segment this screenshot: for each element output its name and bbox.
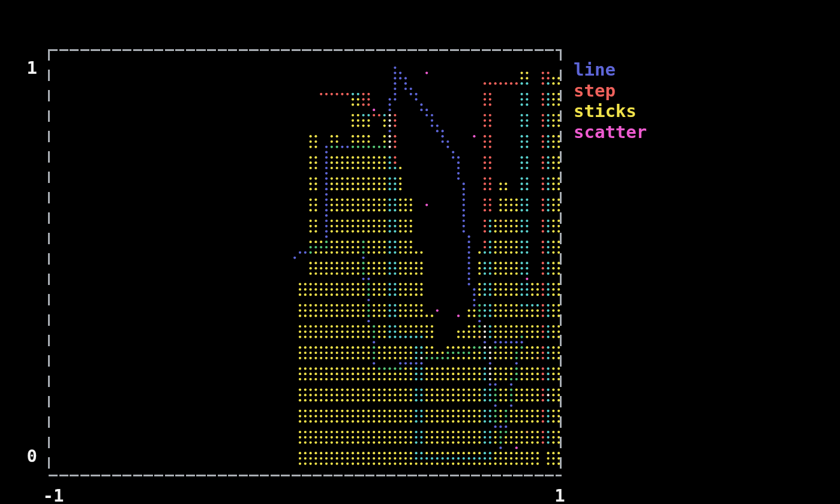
- legend-item-scatter: scatter: [574, 123, 647, 144]
- y-axis-tick-top: 1: [18, 59, 37, 77]
- legend-item-step: step: [574, 82, 647, 103]
- legend-item-sticks: sticks: [574, 102, 647, 123]
- chart-canvas: [0, 0, 840, 504]
- y-axis-tick-bottom: 0: [18, 448, 37, 465]
- x-axis-tick-left: -1: [32, 487, 74, 504]
- x-axis-tick-right: 1: [539, 487, 581, 504]
- legend: linestepsticksscatter: [574, 61, 647, 143]
- terminal-screen: 1 0 -1 1 linestepsticksscatter: [0, 0, 840, 504]
- legend-item-line: line: [574, 61, 647, 82]
